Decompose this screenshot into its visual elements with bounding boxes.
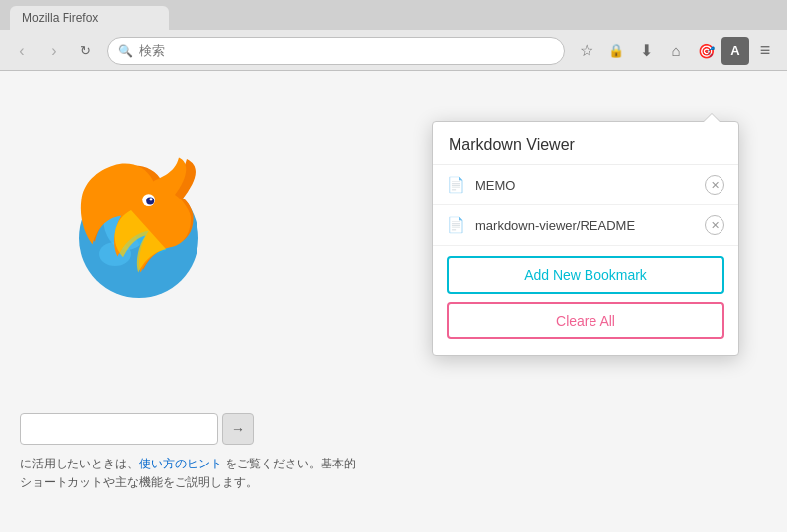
page-bottom: → に活用したいときは、使い方のヒント をご覧ください。基本的 ショートカットや… bbox=[0, 413, 787, 492]
search-bar-row: → bbox=[20, 413, 767, 445]
reader-view-button[interactable]: 🔒 bbox=[602, 37, 630, 65]
menu-button[interactable]: ≡ bbox=[751, 37, 779, 65]
reload-button[interactable]: ↻ bbox=[71, 37, 99, 65]
bookmark-item: 📄 markdown-viewer/README ✕ bbox=[433, 205, 738, 246]
bookmark-star-button[interactable]: ☆ bbox=[573, 37, 600, 65]
search-icon: 🔍 bbox=[118, 44, 133, 58]
bookmark-item: 📄 MEMO ✕ bbox=[433, 165, 738, 205]
tab-bar: Mozilla Firefox bbox=[0, 0, 787, 30]
bookmark-remove-button[interactable]: ✕ bbox=[705, 175, 724, 195]
tab-title: Mozilla Firefox bbox=[22, 11, 98, 25]
browser-tab[interactable]: Mozilla Firefox bbox=[10, 6, 169, 30]
file-icon: 📄 bbox=[447, 176, 465, 194]
download-button[interactable]: ⬇ bbox=[632, 37, 660, 65]
address-bar: 🔍 bbox=[107, 37, 565, 65]
address-input[interactable] bbox=[139, 43, 554, 58]
svg-point-6 bbox=[149, 198, 152, 200]
forward-button[interactable]: › bbox=[40, 37, 67, 65]
bookmark-remove-button[interactable]: ✕ bbox=[705, 215, 724, 235]
browser-chrome: Mozilla Firefox ‹ › ↻ 🔍 ☆ 🔒 ⬇ ⌂ 🎯 A ≡ bbox=[0, 0, 787, 71]
home-button[interactable]: ⌂ bbox=[662, 37, 690, 65]
hint-link[interactable]: 使い方のヒント bbox=[139, 457, 222, 470]
toolbar: ‹ › ↻ 🔍 ☆ 🔒 ⬇ ⌂ 🎯 A ≡ bbox=[0, 30, 787, 71]
popup-title: Markdown Viewer bbox=[433, 122, 738, 165]
back-button[interactable]: ‹ bbox=[8, 37, 36, 65]
firefox-logo bbox=[60, 151, 218, 310]
bookmark-label[interactable]: MEMO bbox=[475, 178, 695, 193]
clear-all-button[interactable]: Cleare All bbox=[447, 302, 724, 339]
page-search-button[interactable]: → bbox=[222, 413, 254, 445]
hint-text: に活用したいときは、使い方のヒント をご覧ください。基本的 ショートカットや主な… bbox=[20, 455, 767, 492]
page-search-input[interactable] bbox=[20, 413, 218, 445]
popup-panel: Markdown Viewer 📄 MEMO ✕ 📄 markdown-view… bbox=[432, 121, 739, 356]
toolbar-icons: ☆ 🔒 ⬇ ⌂ 🎯 A ≡ bbox=[573, 37, 779, 65]
markdown-viewer-button[interactable]: A bbox=[721, 37, 749, 65]
page-content: → に活用したいときは、使い方のヒント をご覧ください。基本的 ショートカットや… bbox=[0, 71, 787, 532]
firefox-logo-area bbox=[60, 151, 218, 314]
file-icon: 📄 bbox=[447, 216, 465, 234]
bookmark-label[interactable]: markdown-viewer/README bbox=[475, 218, 695, 233]
popup-actions: Add New Bookmark Cleare All bbox=[433, 246, 738, 339]
pocket-button[interactable]: 🎯 bbox=[692, 37, 720, 65]
add-bookmark-button[interactable]: Add New Bookmark bbox=[447, 256, 724, 294]
